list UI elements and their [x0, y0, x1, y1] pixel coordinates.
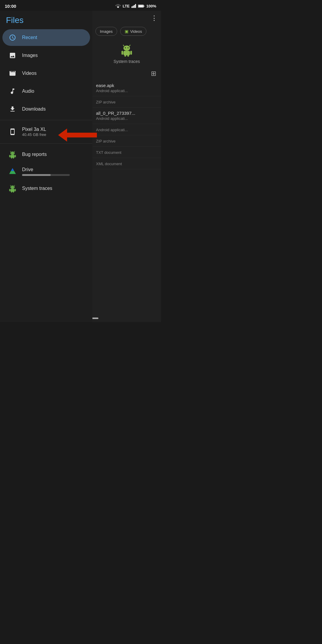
sidebar-item-system-traces[interactable]: System traces	[2, 180, 90, 197]
lte-label: LTE	[123, 4, 130, 8]
device-info: Pixel 3a XL 40.45 GB free	[22, 127, 46, 137]
file-type-5: TXT document	[96, 150, 157, 155]
file-name-2: all_0_PR_273397...	[96, 111, 157, 116]
sidebar-item-drive[interactable]: Drive	[2, 164, 90, 179]
svg-rect-28	[10, 189, 15, 192]
drive-content: Drive	[22, 167, 70, 176]
system-traces-folder-label: System traces	[114, 59, 140, 64]
file-type-0: Android applicati...	[96, 89, 157, 93]
file-name-0: ease.apk	[96, 83, 157, 88]
system-traces-android-icon	[120, 44, 133, 57]
chip-images[interactable]: Images	[95, 27, 117, 36]
filter-chips: Images ▣ Videos	[92, 26, 161, 39]
chip-videos-label: Videos	[130, 29, 142, 34]
svg-point-11	[10, 151, 15, 155]
svg-point-13	[13, 153, 14, 153]
svg-line-9	[10, 151, 11, 152]
drive-storage-fill	[22, 174, 51, 176]
android-bug-icon	[8, 150, 17, 159]
download-icon	[8, 105, 17, 113]
music-icon	[8, 87, 17, 95]
sidebar-item-images-label: Images	[22, 53, 38, 58]
sidebar-item-audio-label: Audio	[22, 89, 34, 94]
file-item-3[interactable]: Android applicati...	[92, 124, 161, 135]
svg-rect-16	[15, 155, 16, 157]
file-type-3: Android applicati...	[96, 128, 157, 132]
svg-point-12	[11, 153, 12, 153]
chip-videos[interactable]: ▣ Videos	[120, 27, 147, 36]
status-bar: 10:00 LTE 100%	[0, 0, 161, 11]
svg-rect-0	[131, 7, 132, 8]
chip-images-label: Images	[100, 29, 113, 34]
svg-rect-5	[143, 5, 144, 6]
svg-point-37	[128, 47, 129, 48]
svg-rect-30	[15, 189, 16, 191]
svg-line-33	[123, 45, 124, 46]
file-type-4: ZIP archive	[96, 139, 157, 143]
svg-rect-41	[124, 55, 126, 57]
film-icon	[8, 69, 17, 78]
svg-rect-1	[133, 6, 134, 8]
grid-view-icon[interactable]: ⊞	[151, 70, 156, 78]
svg-rect-42	[127, 55, 129, 57]
svg-rect-3	[135, 4, 136, 8]
sidebar-item-videos-label: Videos	[22, 71, 37, 76]
status-time: 10:00	[5, 4, 16, 9]
image-icon	[8, 51, 17, 60]
svg-rect-40	[130, 51, 132, 55]
svg-point-25	[10, 185, 15, 189]
svg-line-24	[14, 185, 15, 186]
sidebar-item-recent[interactable]: Recent	[2, 29, 90, 46]
sidebar-item-images[interactable]: Images	[2, 47, 90, 64]
svg-marker-22	[9, 171, 16, 174]
grid-icon-row: ⊞	[92, 69, 161, 80]
file-item-6[interactable]: XML document	[92, 158, 161, 169]
file-type-6: XML document	[96, 162, 157, 166]
svg-line-23	[10, 185, 11, 186]
android-traces-icon	[8, 184, 17, 193]
sidebar-item-drive-label: Drive	[22, 167, 70, 172]
device-item-pixel[interactable]: Pixel 3a XL 40.45 GB free	[2, 123, 90, 141]
sidebar-item-recent-label: Recent	[22, 35, 37, 40]
status-icons: LTE 100%	[115, 4, 156, 8]
content-area: ⋮ Images ▣ Videos	[92, 11, 161, 322]
app-title: Files	[6, 16, 24, 25]
sidebar-item-bug-reports-label: Bug reports	[22, 152, 47, 157]
sidebar-header: Files	[0, 11, 92, 29]
video-chip-icon: ▣	[125, 29, 129, 34]
svg-rect-2	[134, 5, 135, 8]
sidebar-item-audio[interactable]: Audio	[2, 83, 90, 100]
svg-point-35	[123, 46, 130, 51]
file-item-1[interactable]: ZIP archive	[92, 96, 161, 108]
divider-2	[0, 143, 92, 144]
sidebar-item-videos[interactable]: Videos	[2, 65, 90, 82]
file-item-4[interactable]: ZIP archive	[92, 135, 161, 147]
system-traces-folder[interactable]: System traces	[92, 39, 161, 69]
svg-rect-32	[13, 192, 14, 193]
svg-rect-31	[11, 192, 12, 193]
file-item-2[interactable]: all_0_PR_273397... Android applicati...	[92, 108, 161, 124]
sidebar-item-system-traces-label: System traces	[22, 186, 52, 191]
svg-line-34	[129, 45, 130, 46]
file-item-5[interactable]: TXT document	[92, 147, 161, 158]
svg-rect-29	[9, 189, 10, 191]
svg-rect-18	[13, 158, 14, 159]
sidebar-item-downloads[interactable]: Downloads	[2, 101, 90, 117]
drive-storage-bar	[22, 174, 70, 176]
content-header: ⋮	[92, 11, 161, 26]
wifi-icon	[115, 4, 121, 8]
svg-rect-15	[9, 155, 10, 157]
file-type-1: ZIP archive	[96, 100, 157, 104]
device-storage: 40.45 GB free	[22, 132, 46, 137]
file-item-0[interactable]: ease.apk Android applicati...	[92, 80, 161, 96]
more-menu-icon[interactable]: ⋮	[151, 14, 157, 22]
divider-1	[0, 120, 92, 120]
svg-point-36	[125, 47, 126, 48]
svg-rect-38	[123, 51, 130, 55]
device-name: Pixel 3a XL	[22, 127, 46, 132]
svg-rect-6	[138, 5, 143, 7]
sidebar-item-downloads-label: Downloads	[22, 106, 46, 112]
svg-point-27	[13, 187, 14, 187]
svg-point-26	[11, 187, 12, 187]
sidebar-item-bug-reports[interactable]: Bug reports	[2, 146, 90, 163]
